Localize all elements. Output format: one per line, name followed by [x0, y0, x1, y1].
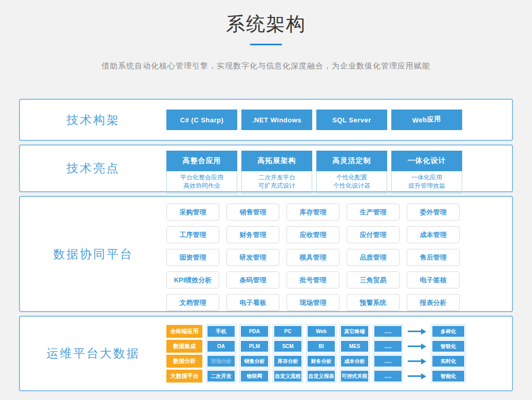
- ops-row-integration: 数据集成 OA PLM SCM BI MES ..... 智联化: [166, 340, 465, 353]
- module-item: 固资管理: [166, 249, 219, 266]
- module-item: 文档管理: [166, 294, 219, 311]
- tech-item-sqlserver-label: SQL Server: [332, 116, 371, 124]
- ops-node: 二次开发: [206, 370, 236, 383]
- arrow-right-icon: [408, 357, 426, 366]
- panel-tech-stack: 技术构架 C# (C Sharp) .NET Windows SQL Serve…: [19, 99, 513, 141]
- highlight-card-body: 个性化配置 个性化设计器: [316, 171, 387, 193]
- module-item: 品质管理: [347, 249, 400, 266]
- module-item: 委外管理: [407, 204, 460, 221]
- module-item: 应付管理: [347, 226, 400, 243]
- panel-highlights-label: 技术亮点: [20, 146, 166, 191]
- ops-node-ellipsis: .....: [373, 325, 403, 338]
- highlight-card-line: 高效协同作业: [167, 181, 237, 190]
- ops-category-badge: 数据集成: [166, 340, 202, 353]
- ops-result-badge: 智联化: [431, 340, 465, 353]
- module-item: 电子看板: [226, 294, 279, 311]
- ops-node: 成本分析: [340, 355, 369, 368]
- panel-tech-stack-label: 技术构架: [20, 100, 166, 140]
- ops-node: 市场分析: [206, 355, 236, 368]
- module-item: 财务管理: [226, 226, 279, 243]
- panel-data-platform-label: 数据协同平台: [20, 197, 166, 311]
- title-underline-divider: [250, 44, 282, 45]
- tech-item-dotnet-label: .NET Windows: [252, 116, 301, 124]
- ops-node: SCM: [273, 340, 302, 353]
- arrow-right-icon: [408, 328, 426, 336]
- module-item: 库存管理: [287, 204, 339, 221]
- highlight-card-title: 高整合应用: [166, 151, 237, 171]
- ops-node: 自定义流程: [273, 370, 302, 383]
- ops-node: BI: [307, 340, 336, 353]
- highlight-cards: 高整合应用 平台化整合应用 高效协同作业 高拓展架构 二次开发平台 可扩充式设计…: [166, 146, 462, 191]
- ops-node: 可控式关联: [340, 370, 369, 383]
- highlight-card-line: 一体化应用: [392, 173, 462, 181]
- ops-node: 手机: [206, 325, 236, 338]
- ops-node: 自定义报表: [307, 370, 336, 383]
- ops-node: PDA: [240, 325, 269, 338]
- tech-stack-items: C# (C Sharp) .NET Windows SQL Server Web…: [166, 100, 462, 140]
- highlight-card-line: 可扩充式设计: [242, 181, 312, 190]
- ops-node: PLM: [240, 340, 269, 353]
- module-item: 生产管理: [347, 204, 400, 221]
- module-item: 采购管理: [166, 204, 219, 221]
- ops-node: 财务分析: [307, 355, 336, 368]
- module-item: 报表分析: [407, 294, 460, 311]
- module-item: 售后管理: [407, 249, 460, 266]
- highlight-card: 一体化设计 一体化应用 提升管理效益: [391, 151, 462, 193]
- module-item: KPI绩效分析: [166, 271, 219, 288]
- highlight-card: 高整合应用 平台化整合应用 高效协同作业: [166, 151, 237, 193]
- module-item: 电子签核: [407, 271, 460, 288]
- module-item: 销售管理: [226, 204, 279, 221]
- highlight-card-line: 提升管理效益: [392, 181, 462, 190]
- highlight-card-title: 高灵活定制: [316, 151, 387, 171]
- page-subtitle: 借助系统自动化核心管理引擎，实现数字化与信息化深度融合，为企业数值化管理应用赋能: [0, 61, 532, 71]
- panel-highlights: 技术亮点 高整合应用 平台化整合应用 高效协同作业 高拓展架构 二次开发平台 可…: [19, 144, 513, 192]
- ops-node-ellipsis: .....: [373, 355, 403, 368]
- ops-node: Web: [307, 325, 336, 338]
- highlight-card-body: 二次开发平台 可扩充式设计: [241, 171, 312, 193]
- ops-node: PC: [273, 325, 302, 338]
- module-item: 成本管理: [407, 226, 460, 243]
- ops-result-badge: 实时化: [431, 355, 465, 368]
- panel-ops-platform-label: 运维平台大数据: [20, 317, 166, 390]
- highlight-card-title: 高拓展架构: [241, 151, 312, 171]
- ops-result-badge: 智能化: [431, 370, 465, 383]
- module-item: 批号管理: [287, 271, 339, 288]
- ops-category-badge: 大数据平台: [166, 370, 202, 383]
- module-item: 预警系统: [347, 294, 400, 311]
- arrow-right-icon: [408, 342, 426, 351]
- ops-node: MES: [340, 340, 369, 353]
- ops-node: 销售分析: [240, 355, 269, 368]
- highlight-card: 高灵活定制 个性化配置 个性化设计器: [316, 151, 387, 193]
- ops-node-ellipsis: .....: [373, 370, 403, 383]
- module-item: 研发管理: [226, 249, 279, 266]
- module-item: 模具管理: [287, 249, 339, 266]
- page-title: 系统架构: [0, 0, 532, 37]
- tech-item-dotnet: .NET Windows: [241, 110, 312, 130]
- ops-category-badge: 全终端应用: [166, 325, 202, 338]
- highlight-card-line: 二次开发平台: [242, 173, 312, 181]
- architecture-panels: 技术构架 C# (C Sharp) .NET Windows SQL Serve…: [19, 99, 513, 391]
- ops-row-terminals: 全终端应用 手机 PDA PC Web 其它终端 ..... 多样化: [166, 325, 465, 338]
- panel-ops-platform: 运维平台大数据 全终端应用 手机 PDA PC Web 其它终端 ..... 多…: [19, 316, 513, 391]
- panel-data-platform: 数据协同平台 采购管理 销售管理 库存管理 生产管理 委外管理 工序管理 财务管…: [19, 196, 513, 312]
- module-item: 应收管理: [287, 226, 339, 243]
- ops-row-analysis: 数据分析 市场分析 销售分析 库存分析 财务分析 成本分析 ..... 实时化: [166, 355, 465, 368]
- ops-node: 其它终端: [340, 325, 369, 338]
- tech-item-csharp-label: C# (C Sharp): [180, 116, 224, 124]
- ops-category-badge: 数据分析: [166, 355, 202, 368]
- module-grid: 采购管理 销售管理 库存管理 生产管理 委外管理 工序管理 财务管理 应收管理 …: [166, 197, 460, 311]
- arrow-right-icon: [408, 372, 426, 380]
- ops-result-badge: 多样化: [431, 325, 465, 338]
- tech-item-sqlserver: SQL Server: [316, 110, 387, 130]
- ops-node-ellipsis: .....: [373, 340, 403, 353]
- ops-rows: 全终端应用 手机 PDA PC Web 其它终端 ..... 多样化 数据集成 …: [166, 317, 465, 390]
- highlight-card-body: 一体化应用 提升管理效益: [391, 171, 462, 193]
- tech-item-csharp: C# (C Sharp): [166, 110, 237, 130]
- ops-node: OA: [206, 340, 236, 353]
- ops-node: 库存分析: [273, 355, 302, 368]
- module-item: 工序管理: [166, 226, 219, 243]
- module-item: 现场管理: [287, 294, 339, 311]
- highlight-card-line: 平台化整合应用: [167, 173, 237, 181]
- highlight-card: 高拓展架构 二次开发平台 可扩充式设计: [241, 151, 312, 193]
- highlight-card-title: 一体化设计: [391, 151, 462, 171]
